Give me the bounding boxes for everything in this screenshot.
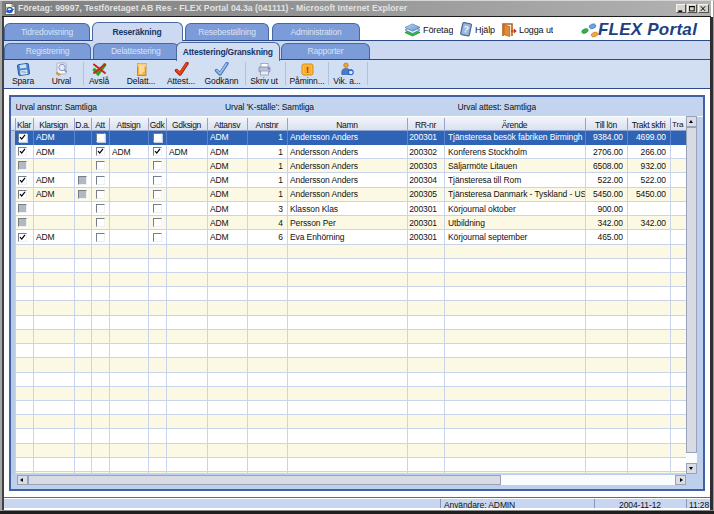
- svg-text:!: !: [305, 64, 308, 75]
